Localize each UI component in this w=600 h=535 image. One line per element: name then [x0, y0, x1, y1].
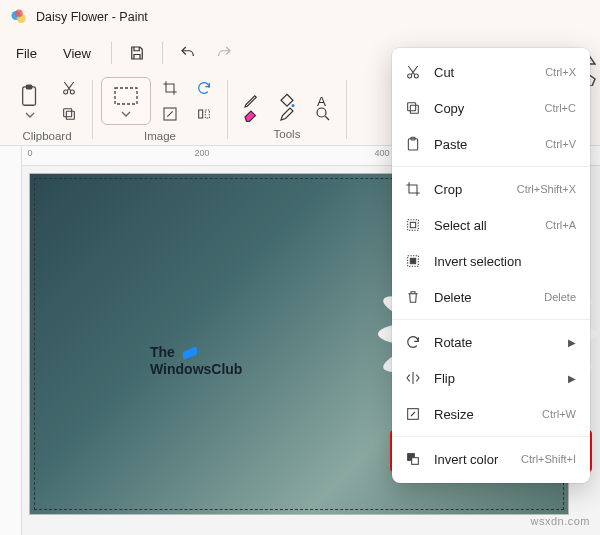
svg-rect-18 — [410, 105, 418, 113]
ctx-rotate[interactable]: Rotate ▶ — [392, 324, 590, 360]
chevron-right-icon: ▶ — [568, 337, 576, 348]
svg-rect-25 — [410, 258, 415, 263]
cut-icon — [404, 63, 422, 81]
group-label-clipboard: Clipboard — [22, 130, 71, 142]
svg-rect-3 — [23, 87, 36, 105]
eraser-tool[interactable] — [236, 102, 266, 126]
ctx-invert-selection[interactable]: Invert selection — [392, 243, 590, 279]
copy-icon — [404, 99, 422, 117]
invert-selection-icon — [404, 252, 422, 270]
ctx-invert-color[interactable]: Invert color Ctrl+Shift+I — [392, 441, 590, 477]
select-tool[interactable] — [101, 77, 151, 125]
svg-rect-8 — [64, 109, 72, 117]
copy-button[interactable] — [54, 102, 84, 126]
ctx-copy[interactable]: Copy Ctrl+C — [392, 90, 590, 126]
ctx-label: Invert selection — [434, 254, 576, 269]
ctx-label: Resize — [434, 407, 530, 422]
ctx-shortcut: Ctrl+V — [545, 138, 576, 150]
svg-rect-19 — [408, 103, 416, 111]
ctx-label: Flip — [434, 371, 556, 386]
resize-button[interactable] — [155, 102, 185, 126]
vertical-ruler — [0, 146, 22, 535]
chevron-down-icon — [25, 112, 35, 118]
crop-button[interactable] — [155, 76, 185, 100]
svg-rect-11 — [199, 110, 203, 118]
window-title: Daisy Flower - Paint — [36, 10, 148, 24]
ctx-label: Crop — [434, 182, 505, 197]
title-bar: Daisy Flower - Paint — [0, 0, 600, 34]
ribbon-separator — [92, 80, 93, 139]
ctx-shortcut: Ctrl+A — [545, 219, 576, 231]
ctx-label: Select all — [434, 218, 533, 233]
svg-rect-7 — [66, 111, 74, 119]
ctx-label: Cut — [434, 65, 533, 80]
svg-rect-28 — [412, 458, 419, 465]
ctx-separator — [392, 319, 590, 320]
ctx-label: Copy — [434, 101, 533, 116]
svg-point-5 — [64, 90, 68, 94]
group-label-tools: Tools — [274, 128, 301, 140]
select-all-icon — [404, 216, 422, 234]
svg-rect-4 — [26, 85, 31, 89]
svg-point-2 — [15, 10, 23, 18]
ctx-shortcut: Ctrl+W — [542, 408, 576, 420]
svg-point-15 — [317, 108, 326, 117]
ctx-label: Invert color — [434, 452, 509, 467]
brand-watermark: The WindowsClub — [150, 344, 242, 378]
ribbon-separator — [346, 80, 347, 139]
menu-divider — [111, 42, 112, 64]
invert-color-icon — [404, 450, 422, 468]
save-button[interactable] — [120, 38, 154, 68]
ribbon-group-clipboard: Clipboard — [4, 74, 90, 145]
flip-icon — [404, 369, 422, 387]
brand-line1: The — [150, 344, 175, 360]
zoom-tool[interactable] — [308, 102, 338, 126]
ctx-flip[interactable]: Flip ▶ — [392, 360, 590, 396]
resize-icon — [404, 405, 422, 423]
paste-icon — [404, 135, 422, 153]
ctx-crop[interactable]: Crop Ctrl+Shift+X — [392, 171, 590, 207]
ctx-label: Delete — [434, 290, 532, 305]
rotate-icon — [404, 333, 422, 351]
ctx-paste[interactable]: Paste Ctrl+V — [392, 126, 590, 162]
source-watermark: wsxdn.com — [530, 515, 590, 527]
ctx-resize[interactable]: Resize Ctrl+W — [392, 396, 590, 432]
app-icon — [10, 8, 28, 26]
menu-view[interactable]: View — [51, 40, 103, 67]
brand-icon — [183, 346, 197, 360]
ctx-delete[interactable]: Delete Delete — [392, 279, 590, 315]
brand-line2: WindowsClub — [150, 361, 242, 377]
ctx-shortcut: Ctrl+X — [545, 66, 576, 78]
ctx-label: Paste — [434, 137, 533, 152]
ctx-shortcut: Ctrl+Shift+I — [521, 453, 576, 465]
delete-icon — [404, 288, 422, 306]
ctx-select-all[interactable]: Select all Ctrl+A — [392, 207, 590, 243]
ctx-separator — [392, 436, 590, 437]
ctx-shortcut: Ctrl+Shift+X — [517, 183, 576, 195]
ribbon-separator — [227, 80, 228, 139]
rotate-button[interactable] — [189, 76, 219, 100]
flip-button[interactable] — [189, 102, 219, 126]
redo-button[interactable] — [207, 38, 241, 68]
picker-tool[interactable] — [272, 102, 302, 126]
svg-rect-12 — [205, 110, 209, 118]
svg-point-17 — [414, 74, 418, 78]
undo-button[interactable] — [171, 38, 205, 68]
ribbon-group-tools: A Tools — [230, 74, 344, 145]
svg-rect-9 — [115, 88, 137, 104]
ctx-separator — [392, 166, 590, 167]
cut-button[interactable] — [54, 76, 84, 100]
paste-button[interactable] — [10, 77, 50, 125]
ctx-shortcut: Ctrl+C — [545, 102, 576, 114]
chevron-down-icon — [121, 111, 131, 117]
menu-divider — [162, 42, 163, 64]
ctx-label: Rotate — [434, 335, 556, 350]
crop-icon — [404, 180, 422, 198]
group-label-image: Image — [144, 130, 176, 142]
svg-rect-22 — [408, 220, 419, 231]
ctx-cut[interactable]: Cut Ctrl+X — [392, 54, 590, 90]
svg-point-16 — [408, 74, 412, 78]
svg-rect-23 — [410, 222, 415, 227]
menu-file[interactable]: File — [4, 40, 49, 67]
context-menu: Cut Ctrl+X Copy Ctrl+C Paste Ctrl+V Crop… — [392, 48, 590, 483]
